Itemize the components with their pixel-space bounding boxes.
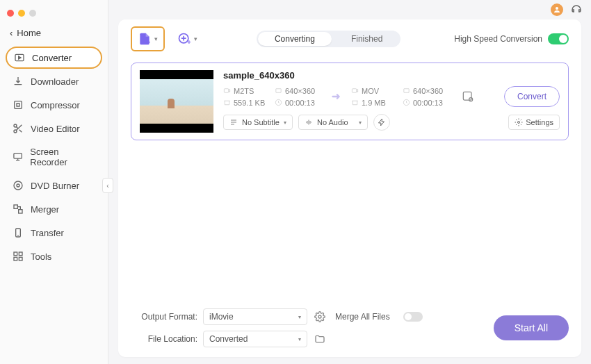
gear-icon	[314, 311, 325, 322]
sidebar-item-tools[interactable]: Tools	[6, 245, 102, 267]
svg-rect-13	[19, 257, 22, 260]
add-url-button[interactable]: + ▾	[172, 28, 203, 50]
content-panel: + ▾ + ▾ Converting Finished High Speed C…	[118, 19, 581, 357]
svg-rect-7	[14, 205, 17, 208]
hsc-toggle[interactable]	[548, 33, 569, 44]
dst-format: MOV	[351, 87, 398, 95]
file-controls: No Subtitle ▾ No Audio ▾ Settings	[223, 114, 560, 131]
src-size: 559.1 KB	[223, 99, 270, 107]
sidebar: ‹ Home Converter Downloader Compressor V…	[0, 0, 108, 364]
transfer-icon	[13, 227, 24, 238]
file-metadata-grid: M2TS 640×360 MOV 640×360 Convert 559.1 K…	[223, 86, 560, 107]
svg-text:+: +	[147, 38, 151, 46]
output-settings-button[interactable]	[313, 310, 327, 324]
chevron-down-icon: ▾	[154, 35, 158, 42]
sidebar-item-label: Transfer	[31, 228, 64, 238]
edit-output-button[interactable]	[457, 90, 479, 104]
subtitle-select[interactable]: No Subtitle ▾	[223, 115, 293, 130]
close-window-icon[interactable]	[7, 10, 14, 17]
chevron-down-icon: ▾	[284, 119, 286, 126]
file-location-label: File Location:	[131, 334, 197, 344]
sidebar-item-transfer[interactable]: Transfer	[6, 222, 102, 244]
download-icon	[13, 76, 24, 87]
sidebar-item-merger[interactable]: Merger	[6, 198, 102, 220]
subtitle-icon	[229, 118, 238, 126]
toolbar: + ▾ + ▾ Converting Finished High Speed C…	[131, 26, 569, 51]
open-folder-button[interactable]	[313, 332, 327, 346]
home-nav[interactable]: ‹ Home	[0, 24, 108, 42]
src-duration: 00:00:13	[275, 99, 322, 107]
disc-icon	[13, 180, 24, 191]
svg-rect-10	[14, 252, 17, 256]
sidebar-item-label: DVD Burner	[31, 181, 79, 191]
scissors-icon	[13, 123, 24, 134]
dst-duration: 00:00:13	[403, 99, 453, 107]
svg-rect-20	[352, 89, 356, 93]
svg-point-2	[14, 124, 17, 127]
tab-finished[interactable]: Finished	[333, 31, 400, 47]
sidebar-item-downloader[interactable]: Downloader	[6, 70, 102, 92]
sidebar-item-label: Compressor	[31, 100, 80, 110]
minimize-window-icon[interactable]	[18, 10, 25, 17]
svg-point-26	[518, 122, 520, 124]
sidebar-item-compressor[interactable]: Compressor	[6, 94, 102, 116]
info-button[interactable]	[373, 114, 390, 131]
support-icon[interactable]	[570, 3, 583, 16]
dst-resolution: 640×360	[403, 87, 453, 95]
folder-icon	[314, 333, 325, 345]
user-avatar-icon[interactable]	[551, 3, 563, 16]
sidebar-item-label: Converter	[32, 53, 72, 63]
gear-icon	[515, 118, 523, 126]
chevron-down-icon: ▾	[298, 314, 301, 320]
svg-rect-19	[276, 89, 281, 93]
home-label: Home	[17, 28, 41, 38]
sidebar-item-video-editor[interactable]: Video Editor	[6, 117, 102, 140]
merge-toggle[interactable]	[403, 312, 423, 322]
main-area: + ▾ + ▾ Converting Finished High Speed C…	[108, 0, 591, 364]
svg-point-5	[14, 181, 22, 190]
merge-label: Merge All Files	[335, 312, 398, 322]
sidebar-list: Converter Downloader Compressor Video Ed…	[0, 42, 108, 273]
add-file-button[interactable]: + ▾	[131, 26, 165, 51]
sidebar-item-label: Downloader	[31, 76, 79, 87]
merger-icon	[13, 204, 24, 215]
high-speed-conversion: High Speed Conversion	[454, 33, 569, 44]
window-controls	[0, 6, 108, 24]
chevron-down-icon: ▾	[298, 336, 301, 342]
chevron-down-icon: ▾	[359, 119, 362, 126]
sidebar-item-dvd-burner[interactable]: DVD Burner	[6, 174, 102, 197]
settings-button[interactable]: Settings	[508, 115, 560, 130]
svg-rect-22	[463, 92, 471, 100]
file-location-select[interactable]: Converted ▾	[203, 331, 307, 347]
convert-button[interactable]: Convert	[504, 86, 560, 107]
audio-select[interactable]: No Audio ▾	[298, 115, 368, 130]
chevron-left-icon: ‹	[10, 28, 13, 38]
screen-recorder-icon	[13, 151, 23, 163]
tab-converting[interactable]: Converting	[258, 32, 332, 46]
file-name: sample_640x360	[223, 70, 560, 81]
audio-icon	[305, 118, 313, 126]
output-format-label: Output Format:	[131, 312, 197, 322]
svg-text:+: +	[187, 39, 191, 46]
converter-icon	[14, 52, 25, 63]
bolt-icon	[378, 118, 386, 126]
sidebar-item-converter[interactable]: Converter	[6, 47, 102, 69]
sidebar-item-screen-recorder[interactable]: Screen Recorder	[6, 141, 102, 173]
svg-point-6	[17, 184, 19, 187]
sidebar-item-label: Screen Recorder	[30, 147, 95, 167]
start-all-button[interactable]: Start All	[494, 315, 569, 340]
src-format: M2TS	[223, 87, 270, 95]
footer: Output Format: iMovie ▾ Merge All Files …	[131, 308, 569, 347]
svg-point-3	[14, 130, 17, 133]
svg-rect-12	[14, 257, 17, 260]
maximize-window-icon[interactable]	[29, 10, 36, 17]
output-format-select[interactable]: iMovie ▾	[203, 308, 307, 325]
sidebar-item-label: Video Editor	[31, 124, 80, 134]
video-thumbnail[interactable]	[140, 70, 213, 133]
svg-point-14	[556, 7, 558, 10]
sidebar-collapse-button[interactable]: ‹	[102, 178, 113, 193]
add-file-icon: +	[138, 32, 152, 46]
hsc-label: High Speed Conversion	[454, 34, 542, 44]
compressor-icon	[13, 99, 24, 110]
topbar	[108, 0, 591, 17]
